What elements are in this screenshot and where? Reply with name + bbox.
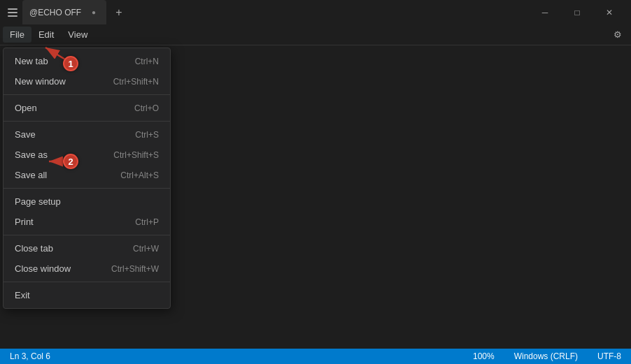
view-menu[interactable]: View <box>61 27 94 43</box>
title-bar: @ECHO OFF ● + ─ □ ✕ <box>0 0 631 24</box>
menu-exit-label: Exit <box>15 290 30 300</box>
menu-page-setup-label: Page setup <box>15 196 61 207</box>
separator-2 <box>3 121 170 122</box>
svg-rect-1 <box>8 12 17 13</box>
status-encoding[interactable]: UTF-8 <box>593 351 625 361</box>
close-button[interactable]: ✕ <box>593 0 625 24</box>
menu-open-shortcut: Ctrl+O <box>134 103 159 113</box>
tab-close-button[interactable]: ● <box>88 7 99 18</box>
annotation-2: 2 <box>63 154 78 169</box>
menu-new-tab-label: New tab <box>15 56 48 66</box>
menu-save-all-label: Save all <box>15 170 47 180</box>
app-icon <box>6 6 20 20</box>
window-controls: ─ □ ✕ <box>529 0 625 24</box>
menu-save-as[interactable]: Save as Ctrl+Shift+S <box>3 145 170 165</box>
separator-4 <box>3 235 170 235</box>
menu-print[interactable]: Print Ctrl+P <box>3 212 170 232</box>
menu-print-label: Print <box>15 217 34 227</box>
menu-save-all-shortcut: Ctrl+Alt+S <box>120 170 159 180</box>
settings-button[interactable]: ⚙ <box>607 24 628 45</box>
menu-save-as-label: Save as <box>15 150 48 160</box>
menu-open[interactable]: Open Ctrl+O <box>3 98 170 118</box>
separator-5 <box>3 282 170 282</box>
menu-save-as-shortcut: Ctrl+Shift+S <box>113 150 159 160</box>
menu-close-window[interactable]: Close window Ctrl+Shift+W <box>3 259 170 279</box>
menu-close-tab[interactable]: Close tab Ctrl+W <box>3 238 170 259</box>
menu-close-window-label: Close window <box>15 263 71 274</box>
title-bar-left <box>6 6 20 20</box>
menu-new-window[interactable]: New window Ctrl+Shift+N <box>3 71 170 92</box>
file-menu-container: File New tab Ctrl+N New window Ctrl+Shif… <box>3 27 31 43</box>
menu-new-window-shortcut: Ctrl+Shift+N <box>113 77 159 87</box>
menu-save-label: Save <box>15 129 36 140</box>
edit-menu[interactable]: Edit <box>31 27 61 43</box>
menu-save-shortcut: Ctrl+S <box>135 130 159 140</box>
status-line-ending[interactable]: Windows (CRLF) <box>510 351 582 361</box>
menu-close-tab-label: Close tab <box>15 243 53 254</box>
status-right: 100% Windows (CRLF) UTF-8 <box>469 351 625 361</box>
status-position[interactable]: Ln 3, Col 6 <box>6 351 55 361</box>
menu-page-setup[interactable]: Page setup <box>3 191 170 212</box>
menu-new-tab-shortcut: Ctrl+N <box>135 57 159 66</box>
menu-open-label: Open <box>15 103 37 113</box>
active-tab[interactable]: @ECHO OFF ● <box>22 0 106 24</box>
file-menu[interactable]: File <box>3 27 31 43</box>
new-tab-button[interactable]: + <box>109 3 129 22</box>
menu-close-tab-shortcut: Ctrl+W <box>133 244 159 254</box>
menu-bar: File New tab Ctrl+N New window Ctrl+Shif… <box>0 24 631 45</box>
separator-3 <box>3 188 170 189</box>
maximize-button[interactable]: □ <box>561 0 593 24</box>
menu-new-window-label: New window <box>15 76 66 87</box>
menu-save[interactable]: Save Ctrl+S <box>3 124 170 145</box>
svg-rect-0 <box>8 8 17 10</box>
status-zoom[interactable]: 100% <box>469 351 499 361</box>
svg-rect-2 <box>8 15 17 17</box>
tab-bar: @ECHO OFF ● + <box>22 0 529 24</box>
annotation-1: 1 <box>63 56 78 71</box>
menu-new-tab[interactable]: New tab Ctrl+N <box>3 51 170 71</box>
separator-1 <box>3 94 170 95</box>
menu-save-all[interactable]: Save all Ctrl+Alt+S <box>3 165 170 185</box>
tab-title: @ECHO OFF <box>29 8 88 17</box>
minimize-button[interactable]: ─ <box>529 0 561 24</box>
menu-exit[interactable]: Exit <box>3 285 170 305</box>
file-dropdown: New tab Ctrl+N New window Ctrl+Shift+N O… <box>3 48 171 309</box>
status-bar: Ln 3, Col 6 100% Windows (CRLF) UTF-8 <box>0 349 631 364</box>
menu-close-window-shortcut: Ctrl+Shift+W <box>111 264 159 274</box>
menu-print-shortcut: Ctrl+P <box>135 217 159 227</box>
